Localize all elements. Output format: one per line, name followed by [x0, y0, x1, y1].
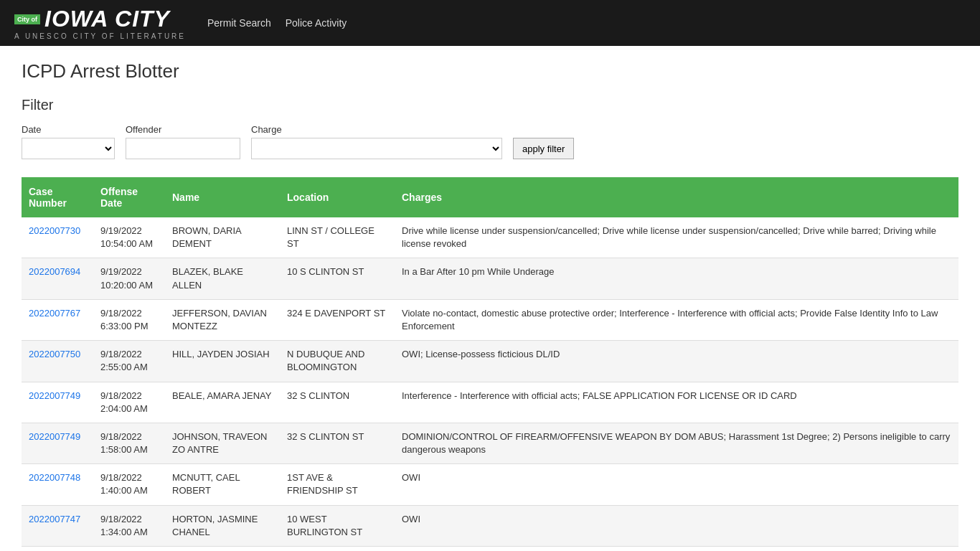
cell-name: MCNUTT, CAEL ROBERT: [165, 464, 280, 505]
date-label: Date: [22, 124, 115, 135]
col-header-charges: Charges: [395, 177, 958, 217]
table-row: 20220077489/18/2022 1:40:00 AMMCNUTT, CA…: [22, 464, 958, 505]
cell-offense-date: 9/19/2022 10:20:00 AM: [93, 258, 165, 299]
col-header-name: Name: [165, 177, 280, 217]
cell-name: BEALE, AMARA JENAY: [165, 382, 280, 423]
col-header-case-number: Case Number: [22, 177, 93, 217]
table-row: 20220076949/19/2022 10:20:00 AMBLAZEK, B…: [22, 258, 958, 299]
filter-row: Date 9/18/2022 9/19/2022 Offender Charge…: [22, 124, 958, 159]
cell-offense-date: 9/18/2022 2:55:00 AM: [93, 341, 165, 382]
cell-case-number: 2022007747: [22, 505, 93, 546]
unesco-text: A UNESCO CITY OF LITERATURE: [14, 32, 186, 40]
cell-charges: DOMINION/CONTROL OF FIREARM/OFFENSIVE WE…: [395, 423, 958, 463]
cell-case-number: 2022007694: [22, 258, 93, 299]
table-header: Case Number Offense Date Name Location C…: [22, 177, 958, 217]
charge-select[interactable]: [251, 138, 502, 159]
charge-filter-group: Charge: [251, 124, 502, 159]
cell-charges: Interference - Interference with officia…: [395, 382, 958, 423]
site-header: City of IOWA CITY A UNESCO CITY OF LITER…: [0, 0, 980, 46]
table-row: 20220077499/18/2022 2:04:00 AMBEALE, AMA…: [22, 382, 958, 423]
main-content: ICPD Arrest Blotter Filter Date 9/18/202…: [0, 46, 980, 551]
case-number-link[interactable]: 2022007750: [29, 349, 80, 359]
date-filter-group: Date 9/18/2022 9/19/2022: [22, 124, 115, 159]
cell-location: 10 S CLINTON ST: [280, 258, 395, 299]
offender-filter-group: Offender: [126, 124, 240, 159]
cell-charges: OWI; License-possess ficticious DL/ID: [395, 341, 958, 382]
cell-location: 32 S CLINTON: [280, 382, 395, 423]
cell-case-number: 2022007750: [22, 341, 93, 382]
cell-charges: OWI: [395, 505, 958, 546]
page-title: ICPD Arrest Blotter: [22, 60, 958, 83]
cell-charges: Violate no-contact, domestic abuse prote…: [395, 299, 958, 340]
cell-case-number: 2022007749: [22, 382, 93, 423]
table-header-row: Case Number Offense Date Name Location C…: [22, 177, 958, 217]
case-number-link[interactable]: 2022007749: [29, 390, 80, 401]
cell-location: LINN ST / COLLEGE ST: [280, 217, 395, 258]
table-row: 20220077479/18/2022 1:34:00 AMHORTON, JA…: [22, 505, 958, 546]
cell-location: 10 WEST BURLINGTON ST: [280, 505, 395, 546]
city-of-badge: City of: [14, 14, 40, 24]
cell-offense-date: 9/19/2022 10:54:00 AM: [93, 217, 165, 258]
cell-name: HILL, JAYDEN JOSIAH: [165, 341, 280, 382]
cell-case-number: 2022007767: [22, 299, 93, 340]
cell-charges: In a Bar After 10 pm While Underage: [395, 258, 958, 299]
cell-location: N DUBUQUE AND BLOOMINGTON: [280, 341, 395, 382]
case-number-link[interactable]: 2022007749: [29, 431, 80, 442]
offender-label: Offender: [126, 124, 240, 135]
date-select[interactable]: 9/18/2022 9/19/2022: [22, 138, 115, 159]
case-number-link[interactable]: 2022007730: [29, 225, 80, 236]
charge-label: Charge: [251, 124, 502, 135]
cell-offense-date: 9/18/2022 1:58:00 AM: [93, 423, 165, 463]
nav-permit-search[interactable]: Permit Search: [207, 17, 271, 29]
case-number-link[interactable]: 2022007747: [29, 514, 80, 524]
cell-name: JEFFERSON, DAVIAN MONTEZZ: [165, 299, 280, 340]
cell-case-number: 2022007749: [22, 423, 93, 463]
arrest-blotter-table: Case Number Offense Date Name Location C…: [22, 177, 958, 547]
cell-offense-date: 9/18/2022 2:04:00 AM: [93, 382, 165, 423]
iowa-city-title: IOWA CITY: [44, 6, 170, 32]
col-header-location: Location: [280, 177, 395, 217]
cell-name: JOHNSON, TRAVEON ZO ANTRE: [165, 423, 280, 463]
case-number-link[interactable]: 2022007748: [29, 472, 80, 483]
cell-case-number: 2022007748: [22, 464, 93, 505]
cell-charges: Drive while license under suspension/can…: [395, 217, 958, 258]
cell-location: 1ST AVE & FRIENDSHIP ST: [280, 464, 395, 505]
filter-heading: Filter: [22, 97, 958, 113]
cell-offense-date: 9/18/2022 1:34:00 AM: [93, 505, 165, 546]
cell-case-number: 2022007730: [22, 217, 93, 258]
case-number-link[interactable]: 2022007694: [29, 266, 80, 277]
cell-name: BLAZEK, BLAKE ALLEN: [165, 258, 280, 299]
table-row: 20220077499/18/2022 1:58:00 AMJOHNSON, T…: [22, 423, 958, 463]
cell-name: HORTON, JASMINE CHANEL: [165, 505, 280, 546]
main-nav: Permit Search Police Activity: [207, 17, 347, 29]
cell-location: 324 E DAVENPORT ST: [280, 299, 395, 340]
cell-name: BROWN, DARIA DEMENT: [165, 217, 280, 258]
table-row: 20220077679/18/2022 6:33:00 PMJEFFERSON,…: [22, 299, 958, 340]
cell-offense-date: 9/18/2022 1:40:00 AM: [93, 464, 165, 505]
table-body: 20220077309/19/2022 10:54:00 AMBROWN, DA…: [22, 217, 958, 547]
case-number-link[interactable]: 2022007767: [29, 308, 80, 319]
cell-offense-date: 9/18/2022 6:33:00 PM: [93, 299, 165, 340]
apply-filter-button[interactable]: apply filter: [513, 138, 574, 159]
offender-input[interactable]: [126, 138, 240, 159]
table-row: 20220077509/18/2022 2:55:00 AMHILL, JAYD…: [22, 341, 958, 382]
table-row: 20220077309/19/2022 10:54:00 AMBROWN, DA…: [22, 217, 958, 258]
nav-police-activity[interactable]: Police Activity: [286, 17, 347, 29]
cell-location: 32 S CLINTON ST: [280, 423, 395, 463]
cell-charges: OWI: [395, 464, 958, 505]
col-header-offense-date: Offense Date: [93, 177, 165, 217]
logo-area: City of IOWA CITY A UNESCO CITY OF LITER…: [14, 6, 186, 40]
